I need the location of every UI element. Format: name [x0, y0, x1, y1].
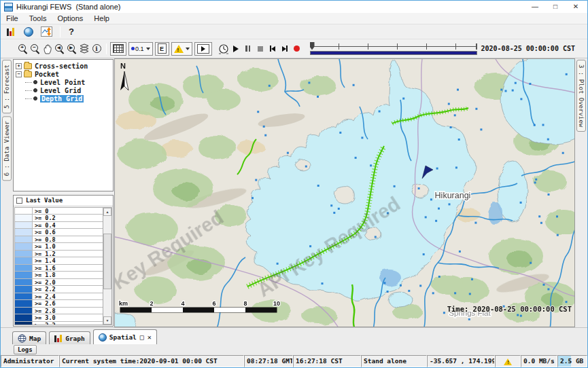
restore-pane-icon[interactable]: □ [140, 333, 144, 341]
profile-icon: E [158, 43, 167, 54]
pan-button[interactable] [41, 41, 54, 56]
legend-class-list: >= 0 >= 0.2 >= 0.4 >= 0.6 >= 0.8 >= 1.0 … [15, 208, 103, 325]
last-value-checkbox[interactable] [16, 198, 22, 204]
legend-row: >= 0 [15, 208, 103, 215]
tab-map[interactable]: Map [12, 331, 46, 344]
menu-file[interactable]: File [1, 14, 24, 23]
close-button[interactable]: ✕ [566, 1, 586, 12]
layer-tree: + Cross-section − Pocket Level Point [13, 59, 114, 191]
class-interval-dropdown[interactable]: 0.1 [128, 42, 153, 56]
legend-row: >= 0.6 [15, 229, 103, 236]
zoom-in-button[interactable]: + [17, 41, 29, 56]
step-first-button[interactable] [266, 41, 279, 56]
help-button[interactable]: ? [64, 25, 79, 39]
pause-button[interactable] [242, 41, 254, 56]
clock-icon [218, 43, 230, 55]
scroll-down-icon[interactable]: ▼ [103, 316, 111, 325]
menu-options[interactable]: Options [52, 14, 88, 23]
expand-icon[interactable]: + [16, 63, 22, 69]
window-title: Hikurangi FEWS (Stand alone) [16, 3, 120, 11]
layers-button[interactable] [78, 41, 90, 56]
layer-bullet-icon [33, 80, 37, 84]
timeseries-icon [41, 26, 52, 37]
pan-hand-icon [43, 43, 53, 54]
legend-scrollbar[interactable]: ▲ ▼ [103, 208, 111, 325]
menu-help[interactable]: Help [88, 14, 115, 23]
warning-icon: ! [504, 358, 512, 365]
status-warning-cell[interactable]: ! [495, 355, 521, 367]
legend-row: >= 0.2 [15, 215, 103, 222]
spatial-display-button[interactable] [21, 25, 36, 39]
tab-plot-overview[interactable]: 3 : Plot Overview [576, 60, 586, 132]
animation-export-button[interactable] [194, 42, 212, 56]
tree-item-label: Cross-section [35, 62, 88, 70]
skip-start-icon [270, 45, 275, 52]
play-icon [233, 45, 239, 52]
movie-icon [197, 44, 209, 54]
tab-data-viewer[interactable]: 6 : Data Viewer [2, 116, 12, 181]
thresholds-dropdown[interactable]: ! [171, 42, 192, 56]
tab-spatial[interactable]: Spatial □ ✕ [93, 329, 157, 344]
legend-panel: Last Value >= 0 >= 0.2 >= 0.4 >= 0.6 >= … [13, 195, 114, 327]
folder-icon [24, 71, 32, 77]
bottom-tab-bar: Map Graph Spatial □ ✕ [1, 327, 587, 344]
zoom-previous-button[interactable]: ◀ [54, 41, 66, 56]
tree-connector [25, 98, 32, 99]
legend-color-swatch [15, 293, 33, 300]
tree-item-level-point[interactable]: Level Point [16, 78, 113, 86]
legend-threshold: >= 0.8 [33, 236, 103, 243]
legend-row: >= 2.8 [15, 308, 103, 315]
record-icon [294, 45, 300, 52]
layer-bullet-icon [33, 88, 37, 92]
tree-item-label: Level Point [40, 79, 85, 86]
legend-color-swatch [15, 251, 33, 257]
info-button[interactable]: i [90, 41, 103, 56]
north-label: N [120, 62, 126, 70]
collapse-icon[interactable]: − [16, 71, 22, 77]
record-button[interactable] [291, 41, 303, 56]
legend-row: >= 1.0 [15, 243, 103, 251]
dot-icon [131, 47, 135, 50]
info-icon: i [92, 44, 101, 53]
minimize-button[interactable]: — [525, 1, 545, 12]
legend-threshold: >= 0 [33, 208, 103, 215]
step-last-button[interactable] [279, 41, 291, 56]
grid-display-button[interactable] [3, 25, 18, 39]
title-bar[interactable]: Hikurangi FEWS (Stand alone) — □ ✕ [1, 1, 587, 13]
time-slider-track[interactable] [310, 43, 477, 50]
left-tab-strip: 5 : Forecast 6 : Data Viewer [1, 58, 12, 327]
scroll-up-icon[interactable]: ▲ [103, 208, 111, 216]
stop-button[interactable] [254, 41, 266, 56]
map-canvas[interactable]: API Key Required API Key Required Hikura… [115, 59, 575, 327]
close-pane-icon[interactable]: ✕ [148, 333, 152, 341]
tree-item-pocket[interactable]: − Pocket [16, 70, 113, 78]
legend-color-swatch [15, 236, 33, 243]
longitudinal-profile-button[interactable]: E [155, 42, 169, 56]
menu-tools[interactable]: Tools [24, 14, 52, 23]
folder-icon [24, 63, 32, 69]
scrollbar-track[interactable] [103, 216, 111, 316]
current-timestep: 2020-08-25 00:00:00 CST [481, 45, 575, 52]
logs-button[interactable]: Logs [14, 345, 37, 354]
grid-toggle-button[interactable] [110, 42, 126, 56]
legend-threshold: >= 0.6 [33, 229, 103, 236]
tree-item-level-grid[interactable]: Level Grid [16, 86, 113, 94]
status-memory: 2.5 GB [557, 355, 587, 367]
status-gmt-time: 08:27:18 GMT [244, 355, 293, 367]
play-button[interactable] [230, 41, 242, 56]
timeseries-display-button[interactable] [39, 25, 54, 39]
legend-header: Last Value [14, 196, 113, 206]
time-slider[interactable] [310, 41, 477, 56]
legend-color-swatch [15, 314, 33, 321]
zoom-out-button[interactable]: − [29, 41, 41, 56]
tab-graph[interactable]: Graph [49, 331, 90, 344]
menu-bar: File Tools Options Help [1, 13, 587, 24]
zoom-next-button[interactable]: ▶ [66, 41, 78, 56]
tree-item-cross-section[interactable]: + Cross-section [16, 62, 113, 70]
time-settings-button[interactable] [218, 41, 230, 56]
tree-item-depth-grid[interactable]: Depth Grid [16, 94, 113, 103]
scrollbar-thumb[interactable] [103, 234, 111, 289]
tab-forecast[interactable]: 5 : Forecast [2, 60, 12, 113]
map-view[interactable]: API Key Required API Key Required Hikura… [114, 58, 575, 327]
maximize-button[interactable]: □ [545, 1, 566, 12]
